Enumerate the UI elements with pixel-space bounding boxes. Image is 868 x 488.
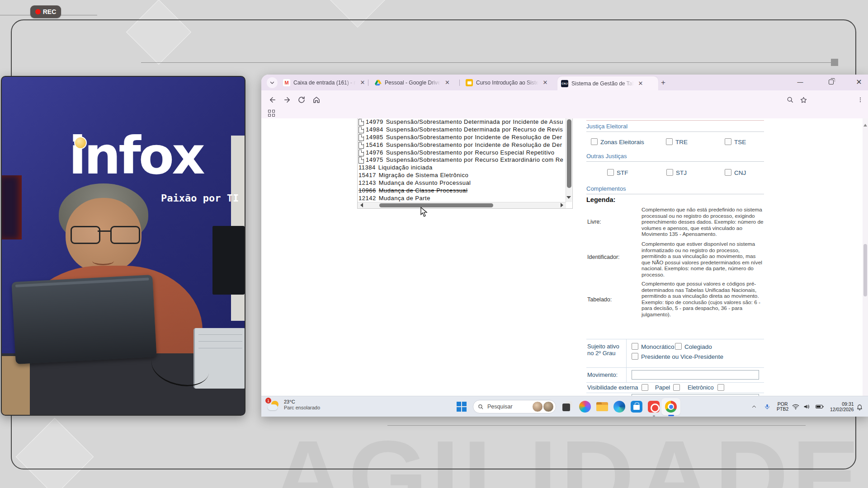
tray-notifications[interactable]	[856, 396, 863, 417]
checkbox-eletronico[interactable]	[717, 384, 724, 391]
tab-close-icon[interactable]: ✕	[637, 80, 644, 87]
rec-dot-icon	[35, 9, 41, 14]
tray-clock[interactable]: 09:3112/02/2026	[830, 396, 854, 417]
checkbox-icon[interactable]	[591, 138, 598, 145]
scrollbar-thumb[interactable]	[567, 119, 571, 188]
task-view-icon[interactable]	[562, 401, 574, 413]
reload-button[interactable]	[296, 94, 307, 106]
new-tab-button[interactable]: +	[658, 78, 668, 88]
checkbox-zonas[interactable]: Zonas Eleitorais	[591, 138, 644, 145]
movement-row[interactable]: 15416Suspensão/Sobrestamento por Inciden…	[359, 141, 566, 149]
browser-toolbar: cnj.jus.br/sgt/consulta_publica_moviment…	[261, 90, 868, 108]
tab-sgt-active[interactable]: CNJ Sistema de Gestão de Tabelas P ✕	[557, 76, 658, 90]
tray-chevron[interactable]	[751, 396, 757, 417]
bookmark-star-icon	[800, 96, 807, 104]
movement-row[interactable]: 12143Mudança de Assunto Processual	[359, 179, 566, 187]
section-justica-eleitoral: Justiça Eleitoral	[586, 123, 764, 132]
close-button[interactable]: ✕	[849, 75, 868, 89]
bookmark-button[interactable]	[797, 94, 809, 106]
tab-close-icon[interactable]: ✕	[359, 79, 366, 86]
checkbox-icon[interactable]	[666, 138, 673, 145]
checkbox-icon[interactable]	[725, 138, 731, 145]
checkbox-tre[interactable]: TRE	[666, 138, 688, 145]
doc-icon	[359, 142, 364, 149]
movement-row[interactable]: 10966Mudança de Classe Processual	[359, 187, 566, 195]
tab-search-button[interactable]	[267, 77, 278, 88]
movement-row[interactable]: 11384Liquidação iniciada	[359, 164, 566, 172]
edge-icon[interactable]	[613, 401, 625, 413]
checkbox-icon[interactable]	[607, 169, 614, 176]
mouse-cursor	[420, 207, 428, 217]
apps-grid-icon[interactable]	[268, 110, 275, 117]
checkbox-stj[interactable]: STJ	[666, 169, 687, 176]
back-icon	[269, 96, 277, 104]
scrollbar-thumb[interactable]	[863, 244, 867, 296]
file-explorer-icon[interactable]	[596, 401, 608, 413]
movement-row[interactable]: 14985Suspensão/Sobrestamento por Inciden…	[359, 134, 566, 141]
scroll-right-arrow[interactable]	[561, 203, 566, 207]
tray-time: 09:31	[830, 401, 854, 407]
webcam-panel: infox Paixão por TI	[1, 76, 245, 416]
tab-close-icon[interactable]: ✕	[443, 79, 451, 86]
forward-button[interactable]	[281, 94, 293, 106]
anydesk-icon[interactable]	[648, 401, 660, 413]
scroll-left-arrow[interactable]	[358, 203, 363, 207]
copilot-icon[interactable]	[579, 401, 591, 413]
checkbox-monocratico[interactable]: Monocrático	[632, 343, 675, 350]
taskbar-search[interactable]: Pesquisar	[473, 400, 556, 413]
checkbox-icon[interactable]	[725, 169, 731, 176]
scroll-up-arrow[interactable]	[863, 122, 867, 127]
chrome-icon[interactable]	[665, 401, 677, 413]
store-icon[interactable]	[631, 401, 642, 413]
checkbox-visibilidade[interactable]	[642, 384, 648, 391]
filters-column: Justiça Eleitoral Zonas Eleitorais TRE T…	[586, 118, 764, 396]
movements-rows: 14979Suspensão/Sobrestamento Determinada…	[359, 118, 566, 202]
page-scrollbar[interactable]	[863, 118, 868, 396]
studio-logo: infox	[69, 126, 203, 186]
checkbox-stf[interactable]: STF	[607, 169, 628, 176]
doc-icon	[359, 157, 364, 164]
back-button[interactable]	[267, 94, 278, 106]
tab-close-icon[interactable]: ✕	[542, 79, 549, 86]
start-button[interactable]	[457, 402, 468, 413]
tab-title: Caixa de entrada (161) - reunio	[293, 80, 356, 86]
vertical-scrollbar[interactable]	[566, 118, 572, 202]
windows-taskbar: 1 23°C Parc ensolarado Pesquisar	[261, 396, 868, 417]
notification-bell-icon	[856, 404, 863, 410]
movimento-input[interactable]	[632, 370, 759, 380]
battery-icon	[816, 404, 824, 409]
checkbox-colegiado[interactable]: Colegiado	[675, 343, 712, 350]
tray-wifi[interactable]	[792, 396, 799, 417]
movement-row[interactable]: 15417Migração de Sistema Eletrônico	[359, 172, 566, 179]
weather-widget[interactable]: 1 23°C Parc ensolarado	[267, 399, 320, 413]
movement-row[interactable]: 14979Suspensão/Sobrestamento Determinada…	[359, 118, 566, 126]
tab-drive[interactable]: Pessoal - Google Drive ✕	[371, 76, 460, 89]
checkbox-tse[interactable]: TSE	[725, 138, 746, 145]
minimize-button[interactable]: —	[790, 75, 810, 89]
zoom-button[interactable]	[784, 94, 796, 106]
tray-volume[interactable]	[803, 396, 810, 417]
tab-gmail[interactable]: M Caixa de entrada (161) - reunio ✕	[279, 76, 371, 89]
movement-row[interactable]: 14984Suspensão/Sobrestamento Determinada…	[359, 126, 566, 134]
menu-button[interactable]	[854, 94, 866, 106]
tray-microphone[interactable]	[764, 396, 770, 417]
horizontal-scrollbar[interactable]	[358, 202, 566, 208]
scrollbar-thumb[interactable]	[379, 203, 493, 207]
movement-row[interactable]: 14975Suspensão/Sobrestamento por Recurso…	[359, 156, 566, 164]
movement-row[interactable]: 14976Suspensão/Sobrestamento por Recurso…	[359, 149, 566, 157]
movement-row[interactable]: 12142Mudança de Parte	[359, 195, 566, 202]
checkbox-papel[interactable]	[673, 384, 680, 391]
checkbox-cnj[interactable]: CNJ	[725, 169, 746, 176]
tray-language[interactable]: PORPTB2	[777, 396, 788, 417]
checkbox-icon[interactable]	[666, 169, 673, 176]
checkbox-presidente[interactable]: Presidente ou Vice-Presidente	[632, 353, 723, 360]
presenter-glasses	[71, 226, 137, 242]
form-row-norma: Norma:	[586, 393, 764, 396]
home-button[interactable]	[311, 94, 322, 106]
weather-temp: 23°C	[284, 399, 320, 405]
scroll-down-arrow[interactable]	[566, 196, 571, 201]
tray-battery[interactable]	[816, 396, 824, 417]
classroom-icon	[466, 79, 473, 86]
tab-curso[interactable]: Curso Introdução ao Sistema Ju ✕	[462, 76, 553, 89]
restore-button[interactable]	[821, 75, 841, 89]
